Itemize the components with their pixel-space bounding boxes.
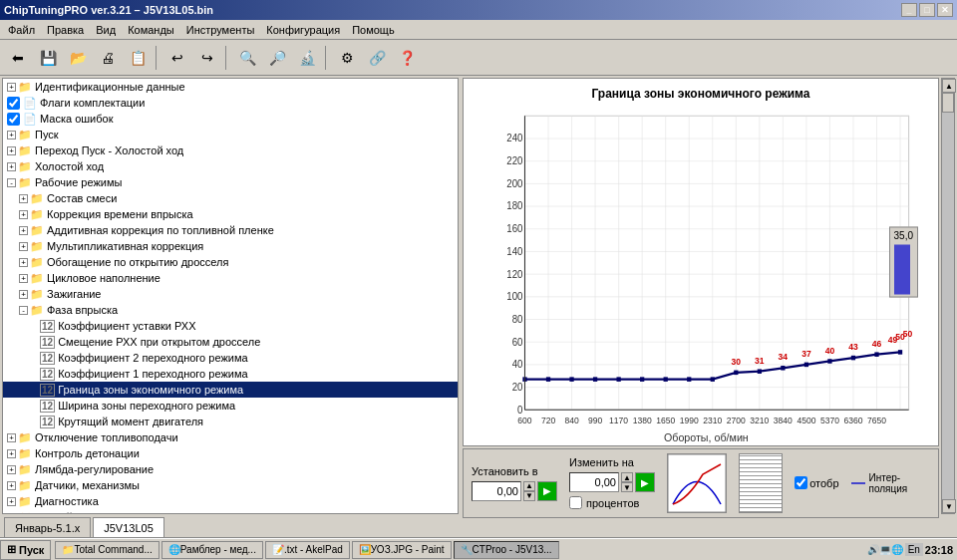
expand-icon-22[interactable]: + [7,433,16,442]
tree-item-10[interactable]: +📁Мультипликативная коррекция [3,238,458,254]
tree-item-2[interactable]: 📄Маска ошибок [3,111,458,127]
tree-item-9[interactable]: +📁Аддитивная коррекция по топливной плен… [3,222,458,238]
tree-item-0[interactable]: +📁Идентификационные данные [3,79,458,95]
tree-item-11[interactable]: +📁Обогащение по открытию дросселя [3,254,458,270]
expand-icon-4[interactable]: + [7,146,16,155]
tree-item-4[interactable]: +📁Переход Пуск - Холостой ход [3,142,458,158]
toolbar-print[interactable]: 🖨 [94,44,122,72]
tab-0[interactable]: Январь-5.1.x [4,517,91,537]
expand-icon-9[interactable]: + [19,226,28,235]
expand-icon-27[interactable]: + [7,513,16,515]
taskbar-icon-3: 🖼️ [359,544,371,555]
menu-file[interactable]: Файл [2,22,41,38]
expand-icon-7[interactable]: + [19,194,28,203]
taskbar-item-3[interactable]: 🖼️ УОЗ.JPG - Paint [352,541,452,559]
tree-item-16[interactable]: 12Смещение РХХ при открытом дросселе [3,334,458,350]
expand-icon-0[interactable]: + [7,83,16,92]
close-button[interactable]: ✕ [937,3,953,17]
expand-icon-6[interactable]: - [7,178,16,187]
menu-tools[interactable]: Инструменты [180,22,261,38]
scroll-up-btn[interactable]: ▲ [942,79,956,93]
tree-item-13[interactable]: +📁Зажигание [3,286,458,302]
svg-text:3210: 3210 [750,416,769,425]
tree-item-15[interactable]: 12Коэффициент уставки РХХ [3,318,458,334]
tree-item-17[interactable]: 12Коэффициент 2 переходного режима [3,350,458,366]
expand-icon-5[interactable]: + [7,162,16,171]
change-apply-button[interactable]: ▶ [635,472,655,492]
maximize-button[interactable]: □ [919,3,935,17]
tree-item-18[interactable]: 12Коэффициент 1 переходного режима [3,366,458,382]
tree-item-1[interactable]: 📄Флаги комплектации [3,95,458,111]
percent-checkbox[interactable] [569,496,582,509]
taskbar-item-0[interactable]: 📁 Total Command... [55,541,159,559]
otbr-checkbox[interactable] [795,476,807,489]
toolbar-zoom[interactable]: 🔍 [233,44,261,72]
menu-view[interactable]: Вид [90,22,122,38]
tree-panel[interactable]: +📁Идентификационные данные📄Флаги комплек… [2,78,459,514]
tree-item-14[interactable]: -📁Фаза впрыска [3,302,458,318]
expand-icon-14[interactable]: - [19,306,28,315]
expand-icon-26[interactable]: + [7,497,16,506]
menu-help[interactable]: Помощь [346,22,401,38]
expand-icon-8[interactable]: + [19,210,28,219]
tree-item-12[interactable]: +📁Цикловое наполнение [3,270,458,286]
toolbar-settings[interactable]: ⚙ [333,44,361,72]
change-value-input[interactable] [569,472,619,492]
set-spin-up[interactable]: ▲ [523,481,535,491]
tree-item-6[interactable]: -📁Рабочие режимы [3,174,458,190]
tree-item-23[interactable]: +📁Контроль детонации [3,445,458,461]
menu-commands[interactable]: Команды [122,22,180,38]
svg-rect-0 [524,116,908,410]
tree-item-27[interactable]: +📁Аварийные режимы [3,509,458,514]
folder-icon-8: 📁 [30,208,44,221]
expand-icon-3[interactable]: + [7,131,16,140]
tree-item-25[interactable]: +📁Датчики, механизмы [3,477,458,493]
expand-icon-13[interactable]: + [19,290,28,299]
tab-1[interactable]: J5V13L05 [93,517,164,537]
expand-icon-25[interactable]: + [7,481,16,490]
taskbar-item-4[interactable]: 🔧 CTProо - J5V13... [454,541,559,559]
set-value-input[interactable] [472,481,521,501]
set-apply-button[interactable]: ▶ [537,481,557,501]
toolbar-back[interactable]: ⬅ [4,44,32,72]
side-slider[interactable] [894,244,910,294]
expand-icon-23[interactable]: + [7,449,16,458]
change-spin-up[interactable]: ▲ [621,472,633,482]
tree-item-5[interactable]: +📁Холостой ход [3,158,458,174]
tree-item-19[interactable]: 12Граница зоны экономичного режима [3,382,458,398]
tree-item-21[interactable]: 12Крутящий момент двигателя [3,414,458,429]
tree-item-3[interactable]: +📁Пуск [3,127,458,142]
start-button[interactable]: ⊞ Пуск [0,540,51,560]
toolbar-open[interactable]: 📂 [64,44,92,72]
taskbar-item-1[interactable]: 🌐 Рамблер - мед... [161,541,263,559]
svg-rect-69 [687,377,691,382]
toolbar-copy[interactable]: 📋 [124,44,152,72]
taskbar-item-2[interactable]: 📝 .txt - AkelPad [265,541,350,559]
change-spin-down[interactable]: ▼ [621,482,633,492]
toolbar-redo[interactable]: ↪ [193,44,221,72]
menu-edit[interactable]: Правка [41,22,90,38]
expand-icon-12[interactable]: + [19,274,28,283]
set-spin-down[interactable]: ▼ [523,491,535,501]
toolbar-undo[interactable]: ↩ [163,44,191,72]
toolbar-connect[interactable]: 🔗 [363,44,391,72]
scroll-down-btn[interactable]: ▼ [942,499,956,513]
expand-icon-24[interactable]: + [7,465,16,474]
toolbar-help[interactable]: ❓ [393,44,421,72]
expand-icon-10[interactable]: + [19,242,28,251]
tree-item-8[interactable]: +📁Коррекция времени впрыска [3,206,458,222]
tree-item-26[interactable]: +📁Диагностика [3,493,458,509]
toolbar-filter[interactable]: 🔬 [293,44,321,72]
tree-item-7[interactable]: +📁Состав смеси [3,190,458,206]
scroll-thumb[interactable] [942,93,954,113]
toolbar-save[interactable]: 💾 [34,44,62,72]
tree-item-24[interactable]: +📁Лямбда-регулирование [3,461,458,477]
check-1[interactable] [7,97,20,110]
tree-item-22[interactable]: +📁Отключение топливоподачи [3,429,458,445]
toolbar-search[interactable]: 🔎 [263,44,291,72]
expand-icon-11[interactable]: + [19,258,28,267]
check-2[interactable] [7,113,20,126]
minimize-button[interactable]: _ [901,3,917,17]
tree-item-20[interactable]: 12Ширина зоны переходного режима [3,398,458,414]
menu-config[interactable]: Конфигурация [260,22,346,38]
